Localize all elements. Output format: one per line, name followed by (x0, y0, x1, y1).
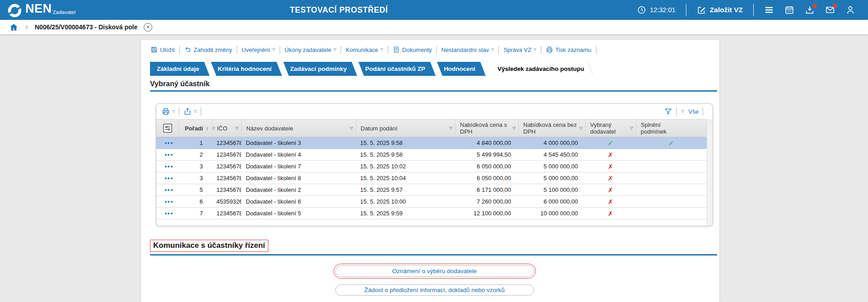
dropdown-icon: ▽ (272, 48, 275, 51)
documents-button[interactable]: Dokumenty (393, 46, 432, 53)
row-menu-icon[interactable] (161, 177, 176, 179)
table-row[interactable]: 3 12345678 Dodavatel - školení 7 15. 5. … (156, 161, 713, 172)
home-button[interactable] (9, 23, 18, 32)
cross-icon: ✗ (585, 186, 636, 194)
column-label: IČO (217, 125, 234, 132)
dropdown-icon: ▽ (534, 48, 536, 51)
column-header-datum-podani[interactable]: Datum podání ▽ (356, 120, 455, 137)
table-filter-button[interactable] (664, 107, 672, 116)
tab-kriteria-hodnoceni[interactable]: Kritéria hodnocení (211, 62, 282, 76)
filter-icon[interactable]: ▽ (350, 125, 353, 132)
tab-podani-ucastniku[interactable]: Podání účastníků ZP (358, 62, 436, 76)
nonstandard-state-menu[interactable]: Nestandardní stav ▽ (441, 46, 494, 53)
cell-cena-s-dph: 5 499 994,50 (455, 151, 518, 158)
table-row[interactable]: 3 12345678 Dodavatel - školení 8 15. 5. … (156, 172, 713, 184)
notice-of-selection-button[interactable]: Oznámení o výběru dodavatele (335, 265, 534, 277)
messages-button[interactable] (825, 5, 835, 15)
column-header-vybrany-dodavatel[interactable]: Vybraný dodavatel ▽ (585, 120, 636, 137)
communication-menu[interactable]: Komunikace ▽ (346, 46, 383, 53)
column-header-nazev-dodavatele[interactable]: Název dodavatele ▽ (241, 120, 356, 137)
table-print-button[interactable]: ▽ (162, 107, 175, 116)
row-menu-icon[interactable] (161, 201, 176, 203)
row-menu-icon[interactable] (161, 213, 176, 214)
table-scrollbar[interactable] (707, 119, 713, 226)
cell-poradi: 6 (179, 198, 212, 205)
table-row[interactable]: 5 12345678 Dodavatel - školení 2 15. 5. … (156, 184, 713, 196)
cell-nazev-dodavatele: Dodavatel - školení 2 (241, 186, 356, 193)
tab-hodnoceni[interactable]: Hodnocení (437, 62, 486, 76)
cell-nazev-dodavatele: Dodavatel - školení 6 (241, 198, 356, 205)
cell-ico: 12345678 (212, 139, 241, 146)
cell-cena-bez-dph: 4 000 000,00 (518, 139, 585, 146)
toolbar-divider (703, 107, 703, 116)
breadcrumb-item[interactable]: N006/25/V00004673 - Disková pole (35, 23, 137, 31)
header-divider (753, 4, 754, 16)
sort-asc-icon: ↑ (206, 125, 209, 132)
filter-icon[interactable]: ▽ (630, 125, 633, 132)
hamburger-icon (764, 5, 774, 15)
column-header-cena-s-dph[interactable]: Nabídková cena s DPH ▽ (455, 120, 518, 137)
row-menu-icon[interactable] (161, 142, 176, 144)
print-record-button[interactable]: Tisk záznamu (546, 46, 591, 53)
table-export-button[interactable]: ▽ (183, 107, 197, 116)
section-underline (150, 254, 717, 256)
downloads-button[interactable] (805, 5, 815, 15)
request-documents-button[interactable]: Žádost o předložení informací, dokladů n… (335, 284, 534, 296)
nen-logo[interactable]: NEN Zadavatel (0, 2, 75, 18)
clock-time: 12:32:01 (650, 6, 675, 14)
view-filter-label: Vše (689, 108, 699, 115)
column-header-poradi[interactable]: Pořadí ↑ ▽ (179, 120, 212, 137)
tab-vysledek-zadavaciho-postupu[interactable]: Výsledek zadávacího postupu (489, 62, 592, 76)
column-label: Nabídková cena s DPH (460, 121, 511, 135)
brand-text: NEN (25, 2, 52, 15)
cell-datum-podani: 15. 5. 2025 10:02 (356, 163, 455, 170)
calendar-button[interactable] (784, 5, 794, 15)
close-tab-button[interactable]: × (144, 23, 152, 32)
table-row[interactable]: 7 12345678 Dodavatel - školení 5 15. 5. … (156, 208, 713, 219)
dropdown-icon: ▽ (681, 110, 684, 113)
toolbar-divider (179, 46, 180, 54)
row-actions-cell (156, 189, 179, 191)
table-row[interactable]: 1 12345678 Dodavatel - školení 3 15. 5. … (156, 137, 713, 149)
menu-button[interactable] (764, 5, 774, 15)
cross-icon: ✗ (585, 163, 636, 170)
filter-icon[interactable]: ▽ (235, 125, 239, 132)
table-row[interactable]: 2 12345678 Dodavatel - školení 4 15. 5. … (156, 149, 713, 161)
publication-menu[interactable]: Uveřejnění ▽ (242, 46, 275, 53)
create-vz-button[interactable]: Založit VZ (697, 5, 743, 15)
view-filter-dropdown[interactable]: ▽ Vše (681, 108, 699, 115)
table-body: 1 12345678 Dodavatel - školení 3 15. 5. … (156, 137, 713, 219)
cell-poradi: 3 (179, 175, 212, 181)
cell-cena-s-dph: 4 840 000,00 (455, 139, 518, 146)
cell-ico: 12345678 (212, 175, 241, 181)
cell-cena-s-dph: 6 050 000,00 (455, 163, 518, 170)
brand-subtitle: Zadavatel (53, 9, 76, 15)
filter-icon[interactable]: ▽ (449, 125, 452, 132)
tab-zakladni-udaje[interactable]: Základní údaje (150, 62, 210, 76)
vz-admin-menu[interactable]: Správa VZ ▽ (503, 46, 536, 53)
cell-datum-podani: 15. 5. 2025 10:00 (356, 198, 455, 205)
row-menu-icon[interactable] (161, 189, 176, 191)
save-icon (150, 46, 158, 53)
table-row[interactable]: 6 45359326 Dodavatel - školení 6 15. 5. … (156, 196, 713, 208)
column-header-cena-bez-dph[interactable]: Nabídková cena bez DPH ▽ (518, 120, 585, 137)
column-header-ico[interactable]: IČO ▽ (212, 120, 241, 137)
filter-icon[interactable]: ▽ (579, 125, 582, 132)
row-menu-icon[interactable] (161, 154, 176, 156)
column-settings-button[interactable] (156, 120, 179, 137)
toolbar-divider (237, 46, 237, 54)
contracting-actions-menu[interactable]: Úkony zadavatele ▽ (285, 46, 337, 53)
communication-actions: Oznámení o výběru dodavatele Žádost o př… (156, 265, 713, 296)
tab-zadavaci-podminky[interactable]: Zadávací podmínky (283, 62, 357, 76)
row-actions-cell (156, 142, 179, 144)
filter-icon[interactable]: ▽ (512, 125, 516, 132)
cell-datum-podani: 15. 5. 2025 9:59 (356, 210, 455, 217)
column-label: Splnění podmínek (641, 121, 670, 135)
toolbar-divider (596, 46, 596, 54)
discard-changes-button[interactable]: Zahodit změny (184, 46, 232, 53)
user-button[interactable] (845, 5, 855, 15)
cell-nazev-dodavatele: Dodavatel - školení 7 (241, 163, 356, 170)
row-menu-icon[interactable] (161, 166, 176, 167)
column-header-splneni-podminek[interactable]: Splnění podmínek (636, 120, 707, 137)
save-button[interactable]: Uložit (150, 46, 175, 53)
